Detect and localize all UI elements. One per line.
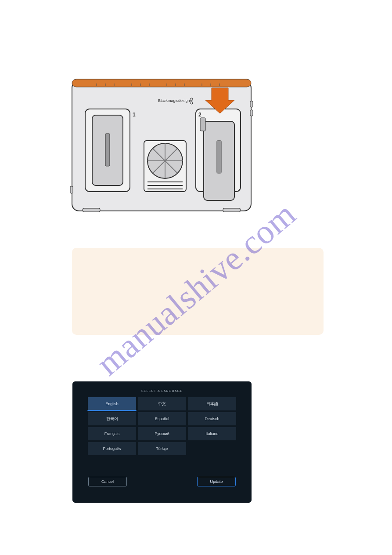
svg-text:1: 1 xyxy=(133,112,136,118)
lang-option-turkish[interactable]: Türkçe xyxy=(137,442,187,456)
svg-rect-37 xyxy=(250,101,253,107)
language-select-title: SELECT A LANGUAGE xyxy=(79,389,245,392)
product-diagram: Blackmagicdesign 1 xyxy=(70,75,253,216)
svg-rect-33 xyxy=(217,141,221,173)
svg-text:2: 2 xyxy=(198,112,201,118)
svg-rect-38 xyxy=(250,110,253,116)
lang-option-japanese[interactable]: 日本語 xyxy=(187,397,237,411)
language-grid: English 中文 日本語 한국어 Español Deutsch Franç… xyxy=(87,397,237,456)
lang-option-russian[interactable]: Русский xyxy=(137,427,187,441)
lang-option-german[interactable]: Deutsch xyxy=(187,412,237,426)
lang-option-korean[interactable]: 한국어 xyxy=(87,412,137,426)
svg-rect-39 xyxy=(70,186,73,193)
lang-option-english[interactable]: English xyxy=(87,397,137,411)
lang-option-portuguese[interactable]: Português xyxy=(87,442,137,456)
language-select-panel: SELECT A LANGUAGE English 中文 日本語 한국어 Esp… xyxy=(72,381,252,503)
lang-option-blank xyxy=(187,442,237,456)
svg-text:Blackmagicdesign: Blackmagicdesign xyxy=(158,98,190,103)
cancel-button[interactable]: Cancel xyxy=(88,477,127,486)
lang-option-spanish[interactable]: Español xyxy=(137,412,187,426)
svg-rect-35 xyxy=(83,208,100,212)
lang-option-chinese[interactable]: 中文 xyxy=(137,397,187,411)
language-button-row: Cancel Update xyxy=(88,477,236,486)
svg-rect-1 xyxy=(72,79,251,87)
svg-rect-36 xyxy=(223,208,241,212)
lang-option-french[interactable]: Français xyxy=(87,427,137,441)
tip-callout xyxy=(72,248,324,335)
svg-rect-34 xyxy=(200,118,205,131)
page-root: manualshive.com Blackmagi xyxy=(0,0,392,555)
update-button[interactable]: Update xyxy=(197,477,236,486)
lang-option-italian[interactable]: Italiano xyxy=(187,427,237,441)
svg-rect-19 xyxy=(105,134,110,166)
